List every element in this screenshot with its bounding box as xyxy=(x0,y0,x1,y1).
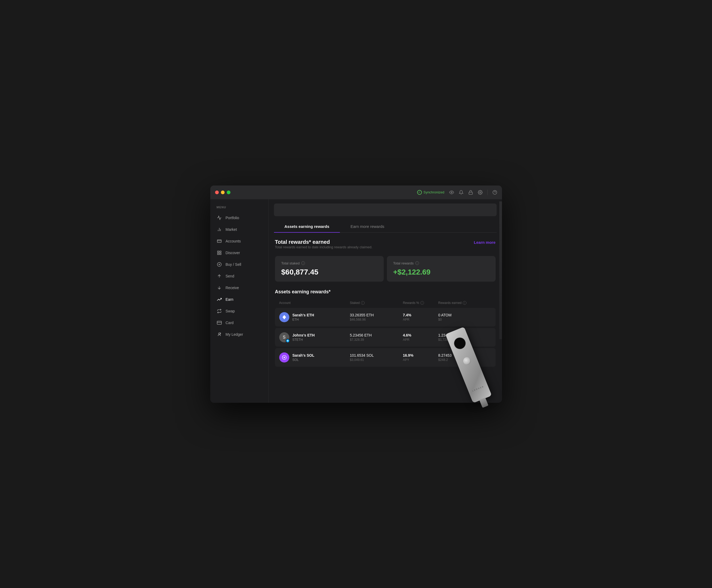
asset-symbol: STETH xyxy=(292,338,315,341)
market-label: Market xyxy=(226,227,237,232)
svg-point-0 xyxy=(451,192,452,193)
sidebar-item-earn[interactable]: Earn xyxy=(210,294,268,305)
portfolio-label: Portfolio xyxy=(226,216,239,220)
receive-label: Receive xyxy=(226,286,239,290)
asset-name: Johns's ETH xyxy=(292,333,315,337)
rewards-type: APR xyxy=(403,338,438,341)
rewards-pct: 7.4% xyxy=(403,313,438,317)
minimize-button[interactable] xyxy=(221,190,225,194)
sidebar-item-market[interactable]: Market xyxy=(210,224,268,235)
tabs-container: Assets earning rewards Earn more rewards xyxy=(274,220,497,233)
search-bar-area[interactable] xyxy=(274,204,497,216)
close-button[interactable] xyxy=(215,190,219,194)
staked-amount: 5.23456 ETH xyxy=(350,333,403,337)
svg-point-2 xyxy=(480,192,481,193)
table-row[interactable]: Sarah's SOL SOL 101.6534 SOL $3,049.61 1… xyxy=(275,348,495,367)
asset-name: Sarah's ETH xyxy=(292,313,314,317)
total-staked-value: $60,877.45 xyxy=(281,268,377,276)
tab-assets-earning[interactable]: Assets earning rewards xyxy=(274,220,340,232)
swap-label: Swap xyxy=(226,309,235,313)
table-row[interactable]: S Johns's ETH STETH 5.23456 ET xyxy=(275,328,495,346)
sidebar-item-receive[interactable]: Receive xyxy=(210,282,268,294)
sync-icon: ✓ xyxy=(417,190,422,195)
table-header: Account Staked i Rewards % i Rewards ear… xyxy=(275,299,495,307)
asset-symbol: SOL xyxy=(292,358,314,362)
traffic-lights xyxy=(215,190,230,194)
card-icon xyxy=(217,320,222,326)
rewards-pct: 16.9% xyxy=(403,353,438,357)
svg-rect-8 xyxy=(217,239,221,243)
svg-point-21 xyxy=(219,333,220,334)
staked-info-icon[interactable]: i xyxy=(301,261,305,265)
svg-rect-1 xyxy=(469,192,472,194)
eth-avatar xyxy=(279,312,289,322)
sidebar-item-portfolio[interactable]: Portfolio xyxy=(210,212,268,224)
rewards-pct: 4.6% xyxy=(403,333,438,337)
gear-icon[interactable] xyxy=(478,190,483,195)
sidebar-item-buy-sell[interactable]: Buy / Sell xyxy=(210,259,268,270)
title-divider xyxy=(487,190,488,195)
earn-icon xyxy=(217,297,222,302)
earn-label: Earn xyxy=(226,297,233,301)
sidebar-item-card[interactable]: Card xyxy=(210,317,268,329)
staked-usd: $7,328.39 xyxy=(350,338,403,341)
eye-icon[interactable] xyxy=(449,190,454,195)
lock-icon[interactable] xyxy=(468,190,473,195)
svg-marker-24 xyxy=(287,340,288,341)
rewards-title: Total rewards* earned xyxy=(275,239,372,245)
title-bar: ✓ Synchronized xyxy=(210,186,502,199)
sol-avatar xyxy=(279,353,289,362)
rewards-earned-usd: $248.2 xyxy=(438,358,491,362)
rewards-info-icon[interactable]: i xyxy=(415,261,419,265)
my-ledger-icon xyxy=(217,332,222,337)
staked-col-info[interactable]: i xyxy=(361,301,365,305)
svg-rect-19 xyxy=(217,321,221,324)
table-row[interactable]: Sarah's ETH ETH 33.26355 ETH $46,568.96 … xyxy=(275,308,495,327)
sidebar-item-discover[interactable]: Discover xyxy=(210,247,268,259)
rewards-type: APY xyxy=(403,358,438,362)
help-icon[interactable] xyxy=(492,190,497,195)
maximize-button[interactable] xyxy=(227,190,230,194)
steth-badge xyxy=(286,339,290,343)
total-rewards-label: Total rewards i xyxy=(393,261,489,265)
rewards-earned-usd: $1,728.40 xyxy=(438,338,491,341)
sidebar-item-swap[interactable]: Swap xyxy=(210,305,268,317)
rewards-earned: 0 ATOM xyxy=(438,313,491,317)
bell-icon[interactable] xyxy=(459,190,464,195)
svg-rect-11 xyxy=(220,251,221,252)
portfolio-icon xyxy=(217,215,222,220)
market-icon xyxy=(217,227,222,232)
tab-earn-more[interactable]: Earn more rewards xyxy=(340,220,395,232)
rewards-earned: 1.234567 ETH xyxy=(438,333,491,337)
my-ledger-label: My Ledger xyxy=(226,332,243,337)
assets-section: Assets earning rewards* Account Staked i… xyxy=(269,289,502,367)
staked-usd: $46,568.96 xyxy=(350,318,403,321)
staked-amount: 33.26355 ETH xyxy=(350,313,403,317)
send-label: Send xyxy=(226,274,235,278)
total-staked-label: Total staked i xyxy=(281,261,377,265)
discover-label: Discover xyxy=(226,251,240,255)
total-staked-card: Total staked i $60,877.45 xyxy=(275,256,384,282)
rewards-pct-col-info[interactable]: i xyxy=(420,301,424,305)
col-rewards-pct: Rewards % i xyxy=(403,301,438,305)
rewards-section: Total rewards* earned Total rewards earn… xyxy=(269,233,502,282)
sidebar: MENU Portfolio Market xyxy=(210,199,269,403)
learn-more-button[interactable]: Learn more xyxy=(474,240,495,245)
staked-amount: 101.6534 SOL xyxy=(350,353,403,357)
swap-icon xyxy=(217,309,222,314)
rewards-header: Total rewards* earned Total rewards earn… xyxy=(275,239,495,254)
rewards-earned: 8.27453 xyxy=(438,353,491,357)
rewards-earned-usd: $0 xyxy=(438,318,491,321)
svg-rect-10 xyxy=(218,251,219,252)
rewards-type: APR xyxy=(403,318,438,321)
sidebar-item-accounts[interactable]: Accounts xyxy=(210,235,268,247)
card-label: Card xyxy=(226,321,233,325)
buy-sell-label: Buy / Sell xyxy=(226,262,241,267)
sidebar-item-my-ledger[interactable]: My Ledger xyxy=(210,329,268,340)
total-rewards-card: Total rewards i +$2,122.69 xyxy=(387,256,495,282)
assets-title: Assets earning rewards* xyxy=(275,289,495,295)
rewards-earned-col-info[interactable]: i xyxy=(463,301,466,305)
sidebar-item-send[interactable]: Send xyxy=(210,270,268,282)
total-rewards-value: +$2,122.69 xyxy=(393,268,489,276)
asset-name: Sarah's SOL xyxy=(292,353,314,357)
